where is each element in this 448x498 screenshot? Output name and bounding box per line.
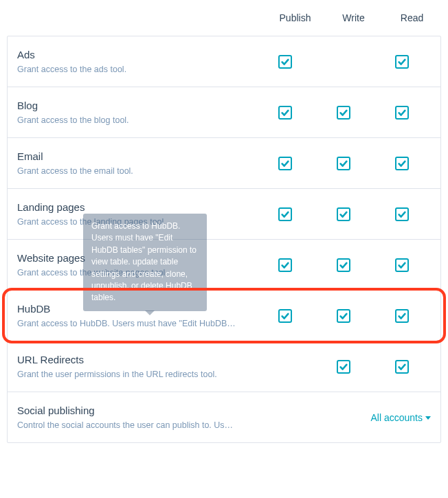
column-header-read: Read	[383, 12, 441, 23]
row-description: Grant access to HubDB. Users must have "…	[17, 319, 237, 328]
row-description: Grant the user permissions in the URL re…	[17, 370, 237, 379]
row-description: Grant access to the blog tool.	[17, 115, 237, 125]
checkbox-write[interactable]	[337, 157, 350, 170]
checkbox-read[interactable]	[395, 360, 409, 374]
row-title: Blog	[17, 100, 256, 111]
checkbox-write[interactable]	[337, 258, 350, 272]
checkbox-write[interactable]	[337, 207, 350, 221]
row-title: Ads	[17, 49, 256, 60]
row-description: Control the social accounts the user can…	[17, 420, 237, 430]
row-description: Grant access to the email tool.	[17, 166, 237, 176]
row-title: Email	[17, 150, 256, 162]
checkbox-publish[interactable]	[278, 55, 292, 69]
accounts-dropdown[interactable]: All accounts	[371, 412, 431, 423]
checkbox-publish[interactable]	[278, 207, 292, 221]
column-header-publish: Publish	[266, 12, 324, 23]
caret-down-icon	[425, 416, 431, 420]
checkbox-write[interactable]	[337, 106, 350, 120]
checkbox-publish[interactable]	[278, 309, 292, 323]
permission-row: EmailGrant access to the email tool.	[8, 138, 440, 189]
permission-row: AdsGrant access to the ads tool.	[8, 36, 440, 87]
permission-row: Social publishingControl the social acco…	[8, 392, 440, 442]
row-title: Landing pages	[17, 201, 256, 213]
tooltip: Grant access to HubDB. Users must have "…	[83, 214, 207, 311]
permissions-list: AdsGrant access to the ads tool.BlogGran…	[7, 36, 441, 443]
checkbox-read[interactable]	[395, 258, 409, 272]
column-header-row: Publish Write Read	[7, 5, 441, 36]
checkbox-write[interactable]	[337, 309, 350, 323]
checkbox-read[interactable]	[395, 309, 409, 323]
permission-row: Website pagesGrant access to the website…	[8, 240, 440, 291]
row-title: Social publishing	[17, 405, 256, 416]
permission-row: URL RedirectsGrant the user permissions …	[8, 341, 440, 392]
permission-row: BlogGrant access to the blog tool.	[8, 87, 440, 138]
checkbox-read[interactable]	[395, 106, 409, 120]
checkbox-read[interactable]	[395, 55, 409, 69]
checkbox-publish[interactable]	[278, 157, 292, 170]
checkbox-read[interactable]	[395, 157, 409, 170]
checkbox-write[interactable]	[337, 360, 350, 374]
checkbox-publish[interactable]	[278, 258, 292, 272]
row-title: URL Redirects	[17, 354, 256, 365]
checkbox-publish[interactable]	[278, 106, 292, 120]
permission-row: HubDBGrant access to HubDB. Users must h…	[8, 291, 440, 341]
column-header-write: Write	[324, 12, 383, 23]
checkbox-read[interactable]	[395, 207, 409, 221]
permission-row: Landing pagesGrant access to the landing…	[8, 189, 440, 240]
row-description: Grant access to the ads tool.	[17, 65, 237, 74]
